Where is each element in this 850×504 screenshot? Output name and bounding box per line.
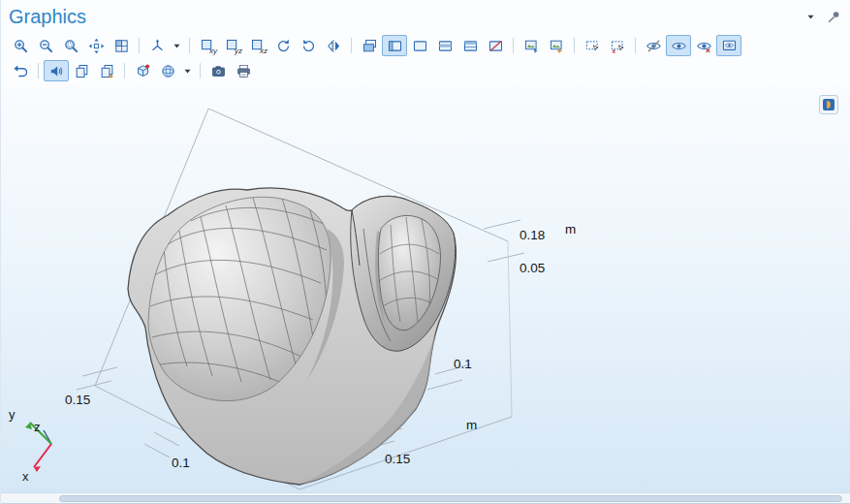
axis-tick-label: 0.18	[519, 228, 545, 242]
eye-reset-icon	[696, 38, 712, 54]
hidden-view-icon	[721, 38, 738, 54]
toolbar-separator	[635, 38, 636, 53]
scene-light-icon	[362, 38, 378, 54]
printer-icon	[236, 63, 252, 79]
default-view-button[interactable]	[144, 35, 170, 56]
rotate-ccw-button[interactable]	[296, 35, 321, 56]
sphere-icon	[160, 63, 176, 79]
graphics-window: Graphics	[0, 0, 850, 504]
mirror-view-button[interactable]	[321, 35, 346, 56]
zoom-box-button[interactable]	[58, 35, 83, 56]
graphics-canvas[interactable]: 0.18 m 0.05 0.1 m 0.15 0.1 0.15 y z x	[1, 83, 850, 492]
toolbar-separator	[200, 63, 201, 79]
axes-panel-icon	[462, 38, 479, 54]
triad-x-label: x	[22, 469, 29, 484]
image-snapshot-button[interactable]	[519, 35, 544, 56]
toolbar-separator	[574, 38, 575, 53]
context-help-button[interactable]	[819, 95, 838, 114]
view-unhidden-button[interactable]	[666, 35, 691, 56]
zoom-in-icon	[13, 38, 29, 54]
panel-slash-icon	[488, 38, 504, 54]
chevron-down-icon	[806, 13, 815, 21]
scene-light-button[interactable]	[357, 35, 382, 56]
copy-all-button[interactable]	[94, 60, 119, 81]
camera-icon	[210, 63, 227, 79]
wireframe-button[interactable]	[407, 35, 432, 56]
toolbar-separator	[351, 38, 352, 53]
model-3d-scene[interactable]	[1, 83, 850, 492]
horizontal-scrollbar[interactable]	[1, 492, 850, 504]
toolbar-separator	[513, 38, 514, 53]
zoom-extents-button[interactable]	[83, 35, 109, 56]
axis-tick-label: 0.05	[519, 261, 545, 275]
graphics-toolbar-secondary	[1, 58, 850, 83]
hide-selected-button[interactable]	[641, 35, 666, 56]
transparency-button[interactable]	[382, 35, 407, 56]
view-hidden-button[interactable]	[716, 35, 741, 56]
wireframe-icon	[412, 38, 428, 54]
render-options-caret-button[interactable]	[180, 60, 195, 81]
axis-tick-label: 0.1	[454, 357, 472, 371]
sound-button[interactable]	[44, 60, 69, 81]
axis-orientation-icon	[149, 38, 166, 54]
image-export-button[interactable]	[544, 35, 569, 56]
zoom-selected-button[interactable]	[109, 35, 134, 56]
transparency-icon	[387, 38, 403, 54]
speaker-icon	[48, 63, 65, 79]
deselect-box-icon	[610, 38, 626, 54]
toolbar-separator	[139, 38, 140, 53]
zoom-extents-icon	[88, 38, 105, 54]
toolbar-separator	[189, 38, 190, 53]
rotate-counterclockwise-icon	[300, 38, 317, 54]
caret-down-icon	[183, 67, 192, 76]
select-box-icon	[584, 38, 601, 54]
mirror-icon	[326, 38, 342, 54]
context-help-icon	[822, 98, 835, 111]
pin-icon	[826, 9, 842, 25]
scrollbar-thumb[interactable]	[59, 495, 842, 502]
image-export-icon	[549, 38, 565, 54]
caret-down-icon	[173, 42, 181, 50]
undo-icon	[13, 63, 29, 79]
graphics-titlebar: Graphics	[1, 0, 850, 33]
show-axes-button[interactable]	[457, 35, 483, 56]
copy-icon	[74, 63, 90, 79]
deselect-box-button[interactable]	[605, 35, 630, 56]
eye-icon	[671, 38, 687, 54]
graphics-toolbar-main: xy yz xz	[1, 33, 850, 58]
axis-unit-label: m	[565, 222, 576, 236]
view-yz-button[interactable]: yz	[220, 35, 245, 56]
select-box-button[interactable]	[580, 35, 605, 56]
pin-button[interactable]	[825, 8, 842, 25]
grid-panel-icon	[437, 38, 454, 54]
axis-unit-label: m	[466, 418, 477, 432]
view-xy-label: xy	[209, 47, 217, 55]
zoom-in-button[interactable]	[8, 35, 33, 56]
view-xy-button[interactable]: xy	[195, 35, 220, 56]
geometry-view-button[interactable]	[130, 60, 155, 81]
toolbar-separator	[124, 63, 125, 79]
snapshot-button[interactable]	[205, 60, 231, 81]
reset-hiding-button[interactable]	[691, 35, 716, 56]
coordinate-triad: y z x	[1, 403, 79, 488]
default-view-caret-button[interactable]	[170, 35, 184, 56]
zoom-out-icon	[38, 38, 54, 54]
axis-tick-label: 0.15	[385, 452, 410, 466]
copy-image-button[interactable]	[69, 60, 94, 81]
view-yz-label: yz	[235, 47, 242, 55]
page-title: Graphics	[9, 6, 86, 28]
model-3d[interactable]	[128, 188, 456, 485]
eye-slash-icon	[645, 38, 662, 54]
zoom-selected-icon	[113, 38, 130, 54]
window-menu-button[interactable]	[802, 8, 819, 25]
zoom-box-icon	[63, 38, 79, 54]
axis-tick-label: 0.1	[172, 456, 190, 470]
view-xz-button[interactable]: xz	[245, 35, 270, 56]
zoom-out-button[interactable]	[33, 35, 58, 56]
show-grid-button[interactable]	[432, 35, 457, 56]
print-button[interactable]	[231, 60, 256, 81]
rotate-cw-button[interactable]	[270, 35, 296, 56]
clip-view-button[interactable]	[483, 35, 508, 56]
undo-button[interactable]	[8, 60, 33, 81]
render-options-button[interactable]	[155, 60, 180, 81]
